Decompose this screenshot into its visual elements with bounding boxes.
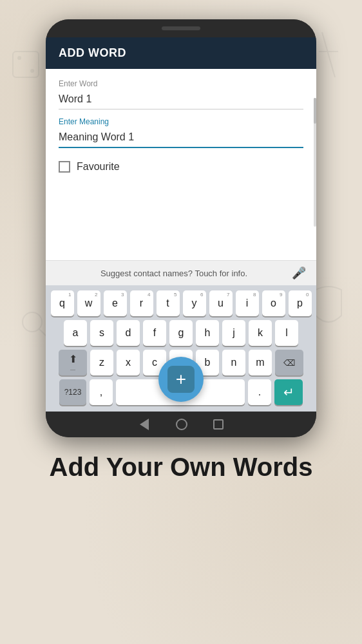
key-shift[interactable]: ⬆ — [59, 350, 87, 375]
key-l[interactable]: l [275, 320, 298, 346]
microphone-icon[interactable]: 🎤 [292, 266, 306, 280]
key-h[interactable]: h [196, 320, 219, 346]
recents-button[interactable] [213, 419, 224, 430]
key-enter[interactable]: ↵ [274, 379, 303, 405]
key-k[interactable]: k [249, 320, 272, 346]
fab-inner: + [167, 366, 195, 393]
svg-point-2 [30, 69, 34, 73]
svg-rect-0 [13, 52, 39, 77]
key-comma[interactable]: , [90, 379, 113, 405]
bottom-tagline: Add Your Own Words [50, 453, 313, 482]
favourite-checkbox[interactable] [59, 161, 70, 173]
key-j[interactable]: j [222, 320, 245, 346]
svg-point-1 [17, 56, 21, 60]
favourite-label: Favourite [77, 161, 120, 173]
key-z[interactable]: z [90, 350, 113, 375]
key-s[interactable]: s [90, 320, 113, 346]
keyboard: 1q 2w 3e 4r 5t 6y 7u 8i 9o 0p a s d f g … [46, 285, 316, 412]
key-q[interactable]: 1q [51, 290, 74, 316]
key-n[interactable]: n [222, 350, 245, 375]
phone-top-bar [46, 19, 316, 37]
word-input-label: Enter Word [59, 79, 303, 88]
keyboard-row-2: a s d f g h j k l [48, 320, 314, 346]
app-header: ADD WORD [46, 37, 316, 69]
phone-container: ADD WORD Enter Word Enter Meaning Favour… [46, 19, 316, 437]
meaning-input-label: Enter Meaning [59, 117, 303, 126]
svg-line-3 [322, 32, 335, 77]
phone-speaker [162, 26, 200, 30]
scrollbar[interactable] [314, 98, 316, 227]
scrollbar-thumb [314, 98, 316, 124]
svg-point-5 [23, 312, 42, 332]
add-word-fab[interactable]: + [158, 357, 204, 402]
phone-bottom-bar [46, 412, 316, 437]
key-g[interactable]: g [169, 320, 193, 346]
key-i[interactable]: 8i [236, 290, 259, 316]
key-delete[interactable]: ⌫ [275, 350, 303, 375]
key-o[interactable]: 9o [262, 290, 285, 316]
key-u[interactable]: 7u [209, 290, 233, 316]
plus-icon: + [176, 370, 186, 388]
form-spacer [46, 183, 316, 260]
favourite-row: Favourite [59, 156, 303, 178]
page-title: ADD WORD [59, 46, 126, 60]
suggestion-text: Suggest contact names? Touch for info. [56, 269, 292, 278]
key-a[interactable]: a [64, 320, 87, 346]
word-input-group: Enter Word [59, 79, 303, 109]
form-area: Enter Word Enter Meaning Favourite [46, 69, 316, 183]
meaning-input[interactable] [59, 129, 303, 148]
key-d[interactable]: d [117, 320, 140, 346]
keyboard-suggestion-bar[interactable]: Suggest contact names? Touch for info. 🎤 [46, 260, 316, 285]
key-f[interactable]: f [143, 320, 166, 346]
key-e[interactable]: 3e [104, 290, 127, 316]
key-numbers[interactable]: ?123 [59, 379, 86, 405]
key-x[interactable]: x [117, 350, 140, 375]
back-button[interactable] [140, 419, 149, 430]
key-y[interactable]: 6y [183, 290, 206, 316]
key-period[interactable]: . [248, 379, 271, 405]
word-input[interactable] [59, 91, 303, 109]
key-p[interactable]: 0p [289, 290, 312, 316]
key-r[interactable]: 4r [130, 290, 153, 316]
key-w[interactable]: 2w [77, 290, 100, 316]
home-button[interactable] [176, 419, 187, 430]
key-t[interactable]: 5t [157, 290, 180, 316]
key-m[interactable]: m [249, 350, 272, 375]
keyboard-row-1: 1q 2w 3e 4r 5t 6y 7u 8i 9o 0p [48, 290, 314, 316]
meaning-input-group: Enter Meaning [59, 117, 303, 148]
